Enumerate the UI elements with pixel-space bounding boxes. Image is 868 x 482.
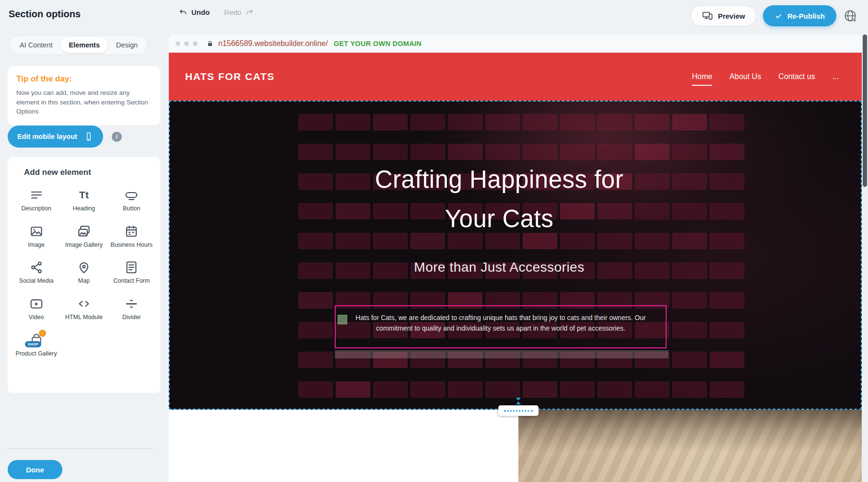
- site-logo[interactable]: HATS FOR CATS: [185, 71, 275, 82]
- contact-form-icon: [124, 259, 139, 275]
- element-label: Divider: [122, 314, 141, 321]
- hero-grid-cell: [336, 114, 370, 130]
- element-html-module[interactable]: HTML Module: [63, 296, 105, 321]
- info-icon[interactable]: i: [112, 132, 122, 142]
- business-hours-icon: [124, 223, 139, 239]
- element-video[interactable]: Video: [15, 296, 58, 321]
- divider-icon: [124, 296, 139, 311]
- history-controls: Undo Redo: [178, 8, 254, 17]
- sidebar-divider: [8, 448, 152, 449]
- hero-subheading[interactable]: More than Just Accessories: [169, 260, 830, 275]
- tab-ai-content[interactable]: AI Content: [12, 37, 61, 53]
- element-business-hours[interactable]: Business Hours: [110, 223, 152, 249]
- hero-grid-cell: [448, 381, 482, 398]
- hero-grid-cell: [560, 144, 595, 160]
- hero-grid-cell: [635, 114, 669, 130]
- site-preview: HATS FOR CATS Home About Us Contact us .…: [169, 53, 862, 482]
- hero-grid-cell: [298, 114, 333, 130]
- hero-grid-cell: [373, 381, 408, 398]
- hero-grid-cell: [523, 114, 557, 130]
- window-dots: [176, 41, 198, 46]
- arrow-down-icon: [516, 398, 521, 401]
- section-resize-handle[interactable]: [498, 398, 539, 416]
- element-button[interactable]: Button: [110, 187, 152, 213]
- button-icon: [124, 187, 139, 202]
- element-drag-handle[interactable]: [338, 315, 347, 324]
- hero-grid-cell: [635, 381, 669, 398]
- hero-grid-cell: [710, 292, 744, 309]
- nav-home[interactable]: Home: [692, 72, 713, 81]
- sidebar: AI Content Elements Design Tip of the da…: [0, 32, 168, 482]
- edit-mobile-label: Edit mobile layout: [17, 133, 77, 140]
- site-url[interactable]: n1566589.websitebuilder.online/: [218, 39, 328, 48]
- nav-more[interactable]: ...: [833, 72, 839, 81]
- sidebar-tabs: AI Content Elements Design: [10, 35, 148, 55]
- undo-button[interactable]: Undo: [178, 8, 210, 17]
- site-header[interactable]: HATS FOR CATS Home About Us Contact us .…: [169, 53, 862, 101]
- republish-label: Re-Publish: [787, 12, 825, 20]
- devices-icon: [702, 11, 713, 21]
- product-gallery-icon: ↑ SHOP: [28, 332, 45, 347]
- edit-mobile-layout-button[interactable]: Edit mobile layout: [8, 126, 103, 148]
- topbar: Section options Undo Redo Preview Re-Pub…: [0, 0, 868, 32]
- element-description[interactable]: Description: [15, 187, 58, 213]
- element-product-gallery[interactable]: ↑ SHOP Product Gallery: [15, 332, 58, 358]
- element-heading[interactable]: Tt Heading: [63, 187, 105, 213]
- preview-label: Preview: [718, 12, 745, 20]
- tip-card: Tip of the day: Now you can add, move an…: [8, 66, 160, 125]
- hero-grid-cell: [672, 322, 707, 338]
- phone-icon: [84, 131, 94, 142]
- language-globe-button[interactable]: [843, 7, 860, 24]
- hero-grid-cell: [485, 381, 520, 398]
- element-social-media[interactable]: Social Media: [15, 259, 58, 285]
- hero-grid-cell: [411, 144, 445, 160]
- redo-label: Redo: [224, 8, 241, 16]
- hero-grid-cell: [411, 114, 445, 130]
- hero-heading-line1: Crafting Happiness for: [169, 160, 830, 199]
- element-image[interactable]: Image: [15, 223, 58, 249]
- next-section[interactable]: [169, 410, 862, 482]
- hero-grid-cell: [710, 381, 744, 398]
- video-icon: [29, 296, 44, 311]
- pavement-photo: [518, 410, 862, 482]
- element-divider[interactable]: Divider: [110, 296, 152, 321]
- hero-heading[interactable]: Crafting Happiness for Your Cats: [169, 160, 830, 239]
- element-contact-form[interactable]: Contact Form: [110, 259, 152, 285]
- nav-about-us[interactable]: About Us: [729, 72, 761, 81]
- hero-grid-cell: [598, 381, 632, 398]
- add-element-title: Add new element: [24, 168, 155, 177]
- resize-pill[interactable]: [498, 405, 539, 416]
- page-title: Section options: [9, 9, 81, 20]
- element-label: Product Gallery: [16, 350, 57, 358]
- selected-paragraph-element[interactable]: Hats for Cats, we are dedicated to craft…: [335, 305, 667, 348]
- hero-grid-cell: [672, 144, 707, 160]
- hero-grid-cell: [710, 114, 744, 130]
- hero-section[interactable]: Crafting Happiness for Your Cats More th…: [169, 101, 862, 410]
- scrollbar-thumb[interactable]: [863, 34, 867, 187]
- scrollbar[interactable]: [862, 34, 868, 482]
- element-map[interactable]: Map: [63, 259, 105, 285]
- hero-grid-cell: [336, 144, 370, 160]
- arrow-up-icon: [516, 402, 521, 404]
- element-label: Description: [21, 205, 51, 213]
- window-dot: [176, 41, 180, 46]
- builder-canvas: n1566589.websitebuilder.online/ GET YOUR…: [169, 34, 868, 482]
- element-label: Business Hours: [111, 241, 153, 249]
- redo-button[interactable]: Redo: [224, 8, 254, 17]
- element-image-gallery[interactable]: Image Gallery: [63, 223, 105, 249]
- element-label: Button: [123, 205, 140, 213]
- done-button[interactable]: Done: [8, 460, 62, 479]
- shop-tag: SHOP: [25, 341, 41, 347]
- window-dot: [193, 41, 198, 46]
- tab-elements[interactable]: Elements: [61, 37, 108, 53]
- tab-design[interactable]: Design: [108, 37, 146, 53]
- undo-icon: [178, 8, 188, 17]
- republish-button[interactable]: Re-Publish: [763, 5, 836, 26]
- html-code-icon: [77, 296, 91, 311]
- nav-contact-us[interactable]: Contact us: [778, 72, 815, 81]
- element-label: Image Gallery: [65, 241, 103, 249]
- dotted-line-icon: [504, 410, 533, 412]
- get-domain-link[interactable]: GET YOUR OWN DOMAIN: [334, 40, 422, 47]
- preview-button[interactable]: Preview: [691, 5, 756, 26]
- hero-heading-line2: Your Cats: [169, 199, 830, 239]
